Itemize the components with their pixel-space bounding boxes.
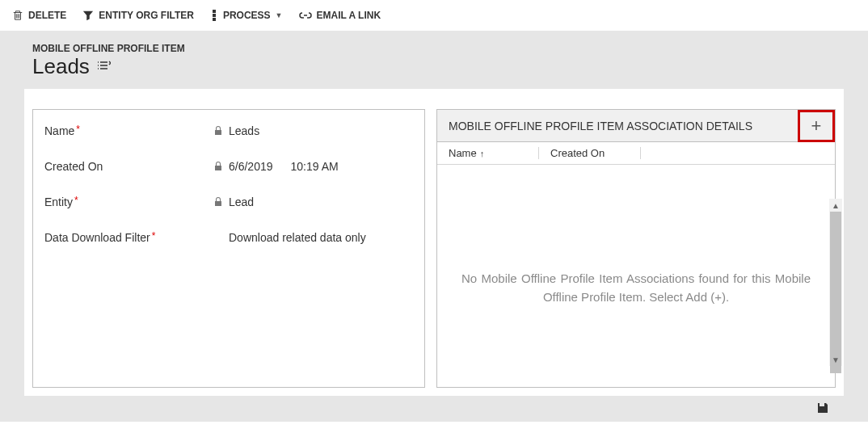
delete-button[interactable]: DELETE bbox=[12, 10, 66, 21]
form-header-area: MOBILE OFFLINE PROFILE ITEM Leads Name* … bbox=[0, 31, 868, 422]
associations-header: MOBILE OFFLINE PROFILE ITEM ASSOCIATION … bbox=[437, 110, 835, 142]
process-icon bbox=[210, 10, 218, 21]
scroll-up-arrow-icon[interactable]: ▲ bbox=[829, 199, 842, 212]
process-label: PROCESS bbox=[223, 10, 271, 21]
lock-icon bbox=[214, 126, 222, 136]
filter-icon bbox=[82, 10, 94, 21]
association-empty-message: No Mobile Offline Profile Item Associati… bbox=[437, 165, 835, 306]
lock-icon bbox=[214, 197, 222, 207]
entity-field-row: Entity* Lead bbox=[44, 195, 413, 208]
entity-label: Entity* bbox=[44, 195, 214, 208]
created-on-label: Created On bbox=[44, 160, 214, 173]
lock-icon bbox=[214, 162, 222, 171]
column-created-on[interactable]: Created On bbox=[539, 147, 641, 159]
email-link-button[interactable]: EMAIL A LINK bbox=[299, 10, 381, 21]
scrollbar-thumb[interactable] bbox=[830, 212, 841, 373]
entity-value[interactable]: Lead bbox=[214, 195, 254, 208]
data-download-filter-row: Data Download Filter* Download related d… bbox=[44, 231, 413, 244]
name-field-row: Name* Leads bbox=[44, 124, 413, 137]
process-button[interactable]: PROCESS ▼ bbox=[210, 10, 283, 21]
association-grid-header: Name ↑ Created On bbox=[437, 142, 835, 165]
delete-label: DELETE bbox=[28, 10, 66, 21]
sort-asc-icon: ↑ bbox=[480, 149, 485, 158]
form-selector-icon[interactable] bbox=[98, 60, 111, 74]
details-panel: Name* Leads Created On 6/6/2019 bbox=[32, 109, 425, 388]
email-link-label: EMAIL A LINK bbox=[317, 10, 381, 21]
created-on-value[interactable]: 6/6/2019 10:19 AM bbox=[214, 160, 339, 173]
svg-rect-2 bbox=[213, 18, 216, 21]
svg-rect-1 bbox=[213, 14, 216, 17]
data-download-filter-label: Data Download Filter* bbox=[44, 231, 214, 244]
entity-org-filter-label: ENTITY ORG FILTER bbox=[99, 10, 194, 21]
vertical-scrollbar[interactable]: ▲ ▼ bbox=[829, 199, 842, 366]
trash-icon bbox=[12, 10, 23, 21]
link-icon bbox=[299, 11, 312, 19]
data-download-filter-value[interactable]: Download related data only bbox=[214, 231, 366, 244]
created-on-field-row: Created On 6/6/2019 10:19 AM bbox=[44, 160, 413, 173]
svg-rect-0 bbox=[213, 10, 216, 13]
scroll-down-arrow-icon[interactable]: ▼ bbox=[829, 353, 842, 366]
plus-icon: + bbox=[811, 117, 822, 135]
record-title-row: Leads bbox=[8, 54, 860, 89]
form-footer bbox=[24, 396, 844, 422]
command-toolbar: DELETE ENTITY ORG FILTER PROCESS ▼ EMAIL… bbox=[0, 0, 868, 31]
column-name[interactable]: Name ↑ bbox=[437, 147, 539, 159]
chevron-down-icon: ▼ bbox=[276, 11, 283, 19]
add-association-button[interactable]: + bbox=[798, 110, 835, 142]
associations-title: MOBILE OFFLINE PROFILE ITEM ASSOCIATION … bbox=[449, 120, 752, 132]
name-value[interactable]: Leads bbox=[214, 124, 259, 137]
record-title: Leads bbox=[32, 54, 90, 79]
save-icon[interactable] bbox=[816, 401, 829, 417]
name-label: Name* bbox=[44, 124, 214, 137]
form-content: Name* Leads Created On 6/6/2019 bbox=[24, 89, 844, 396]
associations-panel: MOBILE OFFLINE PROFILE ITEM ASSOCIATION … bbox=[436, 109, 836, 388]
entity-org-filter-button[interactable]: ENTITY ORG FILTER bbox=[82, 10, 194, 21]
entity-type-label: MOBILE OFFLINE PROFILE ITEM bbox=[8, 39, 860, 54]
